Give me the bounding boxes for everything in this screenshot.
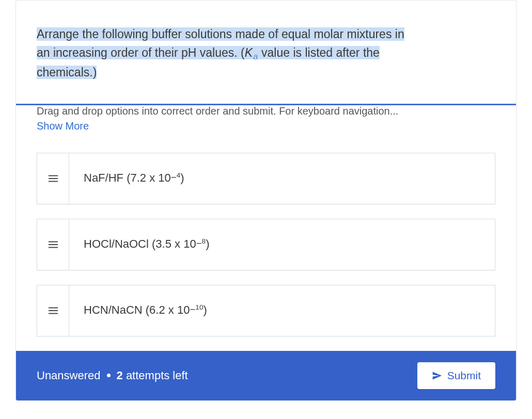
question-line2a: an increasing order of their pH values. … [37,46,245,59]
question-text: Arrange the following buffer solutions m… [37,25,495,82]
question-section: Arrange the following buffer solutions m… [16,1,516,104]
k-variable: K [245,46,253,59]
option-value-open: (7.2 x 10 [127,172,171,185]
option-content: HOCl/NaOCl (3.5 x 10−8) [69,219,495,270]
drag-handle-icon[interactable] [37,285,69,336]
footer-bar: Unanswered 2 attempts left Submit [16,351,516,400]
option-value-open: (3.5 x 10 [152,238,196,251]
instruction-section: Drag and drop options into correct order… [16,104,516,142]
option-chem: HCN/NaCN [84,304,146,317]
send-icon [432,370,442,381]
option-value-close: ) [206,238,209,251]
submit-label: Submit [447,369,481,382]
k-subscript: a [253,51,258,61]
option-row[interactable]: HCN/NaCN (6.2 x 10−10) [37,285,495,336]
instruction-text: Drag and drop options into correct order… [37,104,495,118]
option-chem: HOCl/NaOCl [84,238,152,251]
option-row[interactable]: HOCl/NaOCl (3.5 x 10−8) [37,219,495,270]
option-content: HCN/NaCN (6.2 x 10−10) [69,285,495,336]
attempts-text: 2 attempts left [117,369,188,382]
section-divider [16,104,516,105]
option-chem: NaF/HF [84,172,127,185]
question-line1: Arrange the following buffer solutions m… [37,27,404,41]
attempts-label: attempts left [123,369,188,382]
drag-handle-icon[interactable] [37,153,69,204]
question-card: Arrange the following buffer solutions m… [15,0,517,401]
option-exp: 8 [202,237,206,245]
option-content: NaF/HF (7.2 x 10−4) [69,153,495,204]
question-line2b: value is listed after the [258,46,380,59]
drag-handle-icon[interactable] [37,219,69,270]
status-dot-icon [107,374,111,377]
option-value-open: (6.2 x 10 [146,304,190,317]
attempts-count: 2 [117,369,123,382]
status-label: Unanswered [37,369,101,382]
option-row[interactable]: NaF/HF (7.2 x 10−4) [37,153,495,204]
option-value-close: ) [180,172,184,185]
option-exp: 10 [195,303,203,311]
show-more-link[interactable]: Show More [37,120,89,132]
status-text: Unanswered 2 attempts left [37,369,188,382]
question-line3: chemicals.) [37,66,97,79]
option-value-close: ) [203,304,207,317]
options-list: NaF/HF (7.2 x 10−4) HOCl/NaOCl (3.5 x 10… [16,142,516,351]
submit-button[interactable]: Submit [417,362,495,389]
